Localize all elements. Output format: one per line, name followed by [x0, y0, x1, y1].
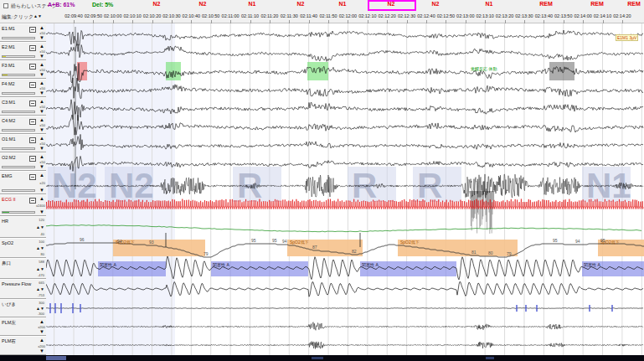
scale-up-button[interactable]: ▲	[39, 319, 44, 324]
range-updown-button[interactable]: ▲▼	[36, 245, 44, 250]
scale-down-button[interactable]: ▼	[39, 54, 44, 59]
range-updown-button[interactable]: ▲▼	[36, 306, 44, 311]
range-updown-button[interactable]: ▲▼	[36, 266, 44, 271]
scale-up-button[interactable]: ▲	[39, 62, 44, 67]
scale-up-button[interactable]: ▲	[39, 338, 44, 343]
checkbox-glyph	[31, 140, 34, 141]
scale-up-button[interactable]: ▲	[39, 44, 44, 49]
watermark-stage-letter: N2	[52, 166, 97, 205]
edit-updown-icon[interactable]: ▲▼	[33, 13, 42, 18]
channel-row-F3:M1: F3:M1▲±50▼	[0, 60, 46, 79]
channel-checkbox-icon[interactable]	[29, 45, 36, 51]
timeline-tick	[348, 20, 348, 23]
scale-down-button[interactable]: ▼	[39, 209, 44, 214]
scale-down-button[interactable]: ▼	[39, 164, 44, 169]
stage-label-rem-10[interactable]: REM	[627, 1, 641, 7]
timestamp: 02:10:30	[162, 13, 180, 18]
ambiguous-stage-checkbox[interactable]	[3, 3, 8, 8]
signal-plot[interactable]: N2N2RRRN1SpO2低下SpO2低下SpO2低下SpO2低下閉塞性 A閉塞…	[46, 23, 644, 355]
scale-up-button[interactable]: ▲	[39, 99, 44, 104]
stage-label-n2-3[interactable]: N2	[297, 1, 305, 7]
scale-value: ±20	[39, 181, 45, 185]
channel-row-PLM右: PLM右▲±200▼	[0, 336, 46, 355]
scale-down-button[interactable]: ▼	[39, 109, 44, 114]
channel-label: EMG	[2, 173, 13, 178]
scale-up-button[interactable]: ▲	[39, 173, 44, 178]
scale-down-button[interactable]: ▼	[39, 35, 44, 40]
stage-label-n1-2[interactable]: N1	[249, 1, 256, 7]
impedance-bar	[2, 189, 35, 192]
channel-checkbox-icon[interactable]	[29, 64, 36, 70]
timeline-tick	[524, 20, 525, 23]
channel-label: C3:M1	[2, 100, 15, 105]
channel-checkbox-icon[interactable]	[29, 156, 36, 162]
scale-up-button[interactable]: ▲	[39, 25, 44, 30]
scale-down-button[interactable]: ▼	[39, 72, 44, 77]
range-updown-button[interactable]: ▲▼	[36, 224, 44, 229]
scale-down-button[interactable]: ▼	[39, 188, 44, 193]
scale-up-button[interactable]: ▲	[39, 117, 44, 122]
channel-row-O2:M2: O2:M2▲±50▼	[0, 152, 46, 171]
spo2-value: 95	[272, 238, 277, 243]
range-min-value: 80	[41, 252, 44, 256]
timeline-tick	[485, 20, 486, 23]
scale-up-button[interactable]: ▲	[39, 196, 44, 201]
scale-up-button[interactable]: ▲	[39, 80, 44, 85]
channel-label: SpO2	[2, 240, 13, 245]
impedance-bar-fill	[3, 56, 6, 57]
timestamp: 02:13:40	[535, 13, 553, 18]
channel-checkbox-icon[interactable]	[29, 82, 36, 88]
checkbox-glyph	[31, 48, 34, 49]
scale-down-button[interactable]: ▼	[39, 146, 44, 151]
stage-label-n2-6[interactable]: N2	[432, 1, 440, 7]
stage-label-n1-4[interactable]: N1	[339, 1, 347, 7]
channel-row-E2:M1: E2:M1▲±50▼	[0, 42, 46, 60]
scale-up-button[interactable]: ▲	[39, 154, 44, 159]
scale-down-button[interactable]: ▼	[39, 127, 44, 132]
channel-row-いびき: いびき300▲▼-300	[0, 299, 46, 317]
channel-checkbox-icon[interactable]	[29, 119, 36, 125]
timeline-scrollbar[interactable]	[0, 355, 644, 361]
timestamp: 02:09:50	[85, 13, 102, 18]
ab-percentage: A+B: 61%	[48, 2, 75, 8]
stage-label-n2-1[interactable]: N2	[199, 1, 207, 7]
stage-label-n2-5[interactable]: N2	[388, 1, 395, 7]
timestamp: 02:12:30	[398, 13, 415, 18]
stage-label-rem-9[interactable]: REM	[590, 1, 604, 7]
checkbox-glyph	[31, 29, 34, 30]
range-updown-button[interactable]: ▲▼	[36, 286, 44, 291]
spo2-value: 94	[282, 239, 287, 244]
timestamp: 02:10:40	[183, 13, 200, 18]
stage-label-n2-0[interactable]: N2	[153, 1, 161, 7]
range-min-value: -470	[38, 273, 44, 277]
impedance-bar	[2, 37, 35, 39]
timestamp: 02:10:20	[143, 13, 161, 18]
channel-checkbox-icon[interactable]	[29, 198, 36, 204]
scale-down-button[interactable]: ▼	[39, 329, 44, 334]
scale-value: ±2400	[36, 204, 45, 208]
checkbox-glyph	[31, 103, 34, 104]
range-max-value: 100	[39, 240, 44, 244]
channel-checkbox-icon[interactable]	[29, 174, 36, 180]
timestamp: 02:13:20	[496, 13, 513, 18]
stage-label-n1-7[interactable]: N1	[486, 1, 493, 7]
spo2-value: 79	[507, 251, 512, 256]
timestamp: 02:12:20	[379, 13, 396, 18]
timeline-tick	[368, 20, 368, 23]
checkbox-glyph	[31, 85, 34, 85]
channel-checkbox-icon[interactable]	[29, 137, 36, 143]
scale-down-button[interactable]: ▼	[39, 348, 44, 353]
channel-checkbox-icon[interactable]	[29, 101, 36, 106]
timestamp: 02:09:40	[64, 13, 82, 18]
scale-down-button[interactable]: ▼	[39, 90, 44, 95]
channel-row-E1:M1: E1:M1▲±50▼	[0, 23, 46, 42]
timestamp: 02:12:10	[358, 13, 376, 18]
channel-checkbox-icon[interactable]	[29, 27, 36, 33]
range-min-value: -300	[38, 312, 44, 316]
stage-label-rem-8[interactable]: REM	[539, 1, 553, 7]
timeline-tick	[152, 20, 153, 23]
scrollbar-thumb[interactable]	[46, 356, 66, 360]
timeline-tick	[191, 20, 192, 23]
channel-row-F4:M2: F4:M2▲±50▼	[0, 79, 46, 97]
scale-up-button[interactable]: ▲	[39, 136, 44, 141]
